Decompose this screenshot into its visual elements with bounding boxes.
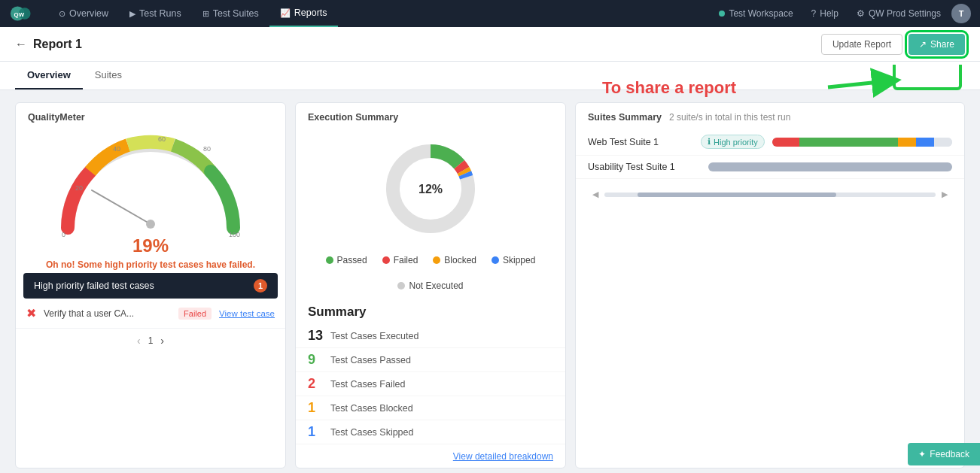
- scroll-left-icon[interactable]: ◀: [592, 190, 598, 199]
- subheader-left: ← Report 1: [15, 38, 82, 51]
- bar-rest-web: [934, 138, 952, 147]
- suite-row-usability: Usability Test Suite 1: [576, 156, 964, 179]
- scroll-track: [604, 193, 936, 197]
- suites-summary-card: Suites Summary 2 suite/s in total in thi…: [575, 102, 965, 468]
- feedback-button[interactable]: ✦ Feedback: [908, 443, 980, 465]
- tabs-bar: Overview Suites: [0, 62, 980, 90]
- svg-text:100: 100: [229, 231, 240, 238]
- blocked-label: Test Cases Blocked: [330, 403, 553, 414]
- bar-failed-web: [772, 138, 799, 147]
- hp-badge: 1: [254, 279, 267, 293]
- tab-suites[interactable]: Suites: [83, 61, 134, 89]
- legend-failed: Failed: [382, 255, 418, 265]
- summary-row-blocked: 1 Test Cases Blocked: [296, 396, 565, 420]
- settings-link[interactable]: ⚙ QW Prod Settings: [849, 0, 948, 27]
- next-page-button[interactable]: ›: [160, 335, 164, 347]
- suites-count: 2 suite/s in total in this test run: [669, 112, 790, 123]
- summary-row-executed: 13 Test Cases Executed: [296, 324, 565, 348]
- skipped-dot-icon: [492, 256, 499, 264]
- fail-status-badge: Failed: [178, 308, 212, 320]
- svg-text:0: 0: [62, 231, 65, 238]
- overview-icon: ⊙: [59, 9, 65, 19]
- test-runs-icon: ▶: [129, 9, 135, 19]
- failed-label: Test Cases Failed: [330, 379, 553, 390]
- legend-not-executed: Not Executed: [397, 280, 463, 291]
- update-report-button[interactable]: Update Report: [821, 34, 902, 55]
- main-content: QualityMeter 0 20 40 60 80: [0, 90, 980, 473]
- suites-summary-title: Suites Summary: [588, 112, 662, 123]
- suite-bar-inner-web: [772, 138, 952, 147]
- legend-row: Passed Failed Blocked Skipped Not Execut…: [296, 249, 565, 297]
- workspace-selector[interactable]: Test Workspace: [711, 0, 800, 27]
- executed-label: Test Cases Executed: [330, 331, 553, 341]
- blocked-dot-icon: [433, 256, 440, 264]
- help-icon: ?: [811, 8, 817, 19]
- summary-row-passed: 9 Test Cases Passed: [296, 348, 565, 372]
- tab-overview[interactable]: Overview: [15, 61, 83, 89]
- reports-icon: 📈: [280, 8, 291, 18]
- legend-blocked: Blocked: [433, 255, 476, 265]
- passed-label: Test Cases Passed: [330, 355, 553, 365]
- scroll-right-icon[interactable]: ▶: [942, 190, 948, 199]
- avatar[interactable]: T: [951, 4, 971, 23]
- gauge-container: 0 20 40 60 80 100: [16, 123, 285, 243]
- breakdown-link-area: View detailed breakdown: [296, 444, 565, 468]
- suite-name-web: Web Test Suite 1: [588, 137, 693, 147]
- gear-icon: ⚙: [857, 8, 865, 19]
- feedback-icon: ✦: [918, 449, 926, 459]
- summary-section-title: Summary: [296, 297, 565, 324]
- nav-links: ⊙ Overview ▶ Test Runs ⊞ Test Suites 📈 R…: [48, 0, 711, 27]
- summary-row-failed: 2 Test Cases Failed: [296, 372, 565, 396]
- workspace-dot-icon: [719, 11, 725, 17]
- donut-chart-area: 12%: [296, 129, 565, 249]
- failed-count: 2: [308, 376, 330, 392]
- not-executed-dot-icon: [397, 282, 405, 290]
- fail-icon: ✖: [26, 306, 36, 320]
- subheader: ← Report 1 Update Report ↗ Share: [0, 27, 980, 62]
- executed-count: 13: [308, 328, 330, 344]
- view-detailed-breakdown-link[interactable]: View detailed breakdown: [453, 451, 553, 462]
- svg-text:12%: 12%: [418, 183, 443, 196]
- summary-row-skipped: 1 Test Cases Skipped: [296, 420, 565, 444]
- high-priority-bar: High priority failed test cases 1: [23, 273, 278, 299]
- execution-summary-card: Execution Summary 12%: [295, 102, 566, 468]
- failed-dot-icon: [382, 256, 390, 264]
- logo[interactable]: QW: [9, 5, 33, 22]
- prev-page-button[interactable]: ‹: [137, 335, 141, 347]
- view-test-case-link[interactable]: View test case: [219, 309, 275, 318]
- subheader-actions: Update Report ↗ Share: [821, 34, 965, 55]
- suite-bar-inner-usability: [708, 162, 952, 171]
- execution-summary-title: Execution Summary: [296, 103, 565, 129]
- legend-skipped: Skipped: [492, 255, 535, 265]
- donut-chart-svg: 12%: [378, 136, 483, 241]
- nav-overview[interactable]: ⊙ Overview: [48, 0, 119, 27]
- scroll-thumb: [638, 193, 836, 197]
- nav-right: Test Workspace ? Help ⚙ QW Prod Settings…: [711, 0, 971, 27]
- nav-reports[interactable]: 📈 Reports: [269, 0, 338, 27]
- fail-case-name: Verify that a user CA...: [44, 308, 171, 319]
- pagination: ‹ 1 ›: [16, 329, 285, 353]
- test-suites-icon: ⊞: [202, 9, 209, 19]
- svg-text:60: 60: [158, 135, 166, 143]
- passed-dot-icon: [326, 256, 333, 264]
- suite-bar-usability: [708, 162, 952, 171]
- quality-meter-title: QualityMeter: [16, 103, 285, 123]
- help-link[interactable]: ? Help: [804, 0, 846, 27]
- failed-case-row: ✖ Verify that a user CA... Failed View t…: [16, 299, 285, 329]
- priority-badge-web: ℹ High priority: [701, 135, 765, 149]
- nav-test-suites[interactable]: ⊞ Test Suites: [192, 0, 269, 27]
- suite-bar-web: [772, 138, 952, 147]
- svg-text:40: 40: [113, 145, 120, 153]
- back-button[interactable]: ←: [15, 38, 27, 51]
- scroll-area: ◀ ▶: [576, 179, 964, 210]
- suite-name-usability: Usability Test Suite 1: [588, 162, 693, 172]
- suites-title-row: Suites Summary 2 suite/s in total in thi…: [576, 103, 964, 129]
- bar-empty-usability: [708, 162, 952, 171]
- bar-blocked-web: [898, 138, 916, 147]
- gauge-svg: 0 20 40 60 80 100: [53, 130, 248, 243]
- nav-test-runs[interactable]: ▶ Test Runs: [119, 0, 192, 27]
- quality-meter-card: QualityMeter 0 20 40 60 80: [15, 102, 286, 468]
- passed-count: 9: [308, 352, 330, 368]
- legend-passed: Passed: [326, 255, 367, 265]
- share-button[interactable]: ↗ Share: [908, 34, 965, 55]
